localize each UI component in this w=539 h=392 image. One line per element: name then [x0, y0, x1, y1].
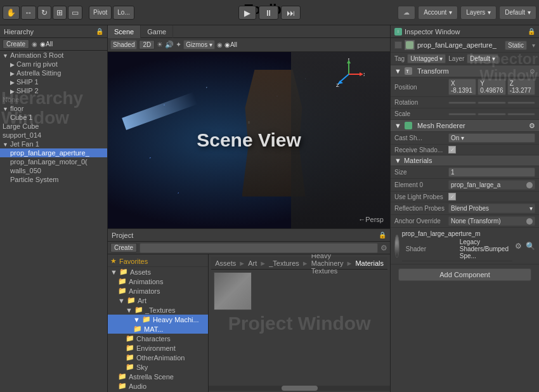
- scale-x-field[interactable]: [448, 113, 476, 115]
- game-tab[interactable]: Game: [141, 25, 173, 38]
- folder-icon: 📁: [126, 363, 134, 371]
- gizmos-dropdown[interactable]: Gizmos ▾: [183, 40, 215, 49]
- project-settings-icon[interactable]: ⚙: [380, 244, 387, 252]
- step-button[interactable]: ⏭: [281, 6, 301, 20]
- transform-section-header[interactable]: ▼ T Transform ⚙: [391, 65, 539, 77]
- project-item-mat[interactable]: 📁 MAT...: [108, 324, 208, 334]
- meshrenderer-gear-icon[interactable]: ⚙: [529, 122, 535, 130]
- breadcrumb-art[interactable]: Art: [248, 259, 257, 267]
- project-item-animators[interactable]: 📁 Animators: [108, 286, 208, 296]
- layers-button[interactable]: Layers ▾: [460, 6, 497, 20]
- project-item-otheranimation[interactable]: 📁 OtherAnimation: [108, 353, 208, 362]
- project-tree: ★ Favorites ▼ 📁 Assets 📁 Animations 📁: [108, 254, 209, 392]
- account-button[interactable]: Account ▾: [418, 6, 458, 20]
- scale-tool-button[interactable]: ⊞: [53, 6, 67, 20]
- hierarchy-item-support014[interactable]: support_014: [0, 131, 107, 140]
- scale-z-field[interactable]: [507, 113, 535, 115]
- hierarchy-item-ship1[interactable]: ▶SHIP 1: [0, 77, 107, 86]
- position-z-field[interactable]: Z -13.277: [507, 79, 535, 95]
- scale-y-field[interactable]: [477, 113, 505, 115]
- svg-text:T: T: [406, 69, 409, 74]
- material-settings-icon[interactable]: ⚙: [515, 242, 522, 251]
- materials-section-header[interactable]: ▼ Materials: [391, 155, 539, 166]
- position-y-field[interactable]: Y 0.49876: [477, 79, 505, 95]
- project-item-sky[interactable]: 📁 Sky: [108, 362, 208, 372]
- pause-button[interactable]: ⏸: [259, 6, 278, 20]
- project-item-characters[interactable]: 📁 Characters: [108, 334, 208, 343]
- position-x-field[interactable]: X -8.1391: [448, 79, 476, 95]
- scene-tab[interactable]: Scene: [108, 25, 141, 38]
- rect-tool-button[interactable]: ▭: [68, 6, 82, 20]
- size-value[interactable]: 1: [448, 167, 535, 177]
- audio-icon[interactable]: 🔊: [165, 41, 174, 49]
- hierarchy-item-cube1[interactable]: Cube 1: [0, 113, 107, 122]
- rotation-y-field[interactable]: [477, 101, 505, 104]
- project-item-environment[interactable]: 📁 Environment: [108, 343, 208, 353]
- breadcrumb-textures[interactable]: _Textures: [269, 259, 299, 267]
- breadcrumb-heavymachinery[interactable]: Heavy Machinery Textures: [311, 254, 344, 275]
- tag-dropdown[interactable]: Untagged ▾: [407, 54, 446, 63]
- use-light-probes-checkbox[interactable]: ✓: [448, 193, 456, 200]
- breadcrumb-materials[interactable]: Materials: [355, 259, 384, 267]
- hierarchy-item-astrellasitting[interactable]: ▶Astrella Sitting: [0, 69, 107, 77]
- rotation-z-field[interactable]: [507, 101, 535, 104]
- reflection-probes-value[interactable]: Blend Probes ▾: [448, 204, 535, 213]
- hierarchy-item-none[interactable]: None: [0, 95, 107, 104]
- hierarchy-item-propfanlarge[interactable]: prop_fanLarge_aperture_: [0, 148, 107, 157]
- shading-dropdown[interactable]: Shaded: [110, 40, 137, 49]
- project-tab[interactable]: Project: [112, 232, 133, 239]
- hierarchy-create-button[interactable]: Create: [3, 39, 29, 49]
- static-badge[interactable]: Static: [505, 41, 527, 50]
- inspector-tab[interactable]: Inspector Window: [405, 28, 460, 36]
- material-search-icon[interactable]: 🔍: [526, 242, 535, 251]
- breadcrumb-assets[interactable]: Assets: [215, 259, 236, 267]
- hierarchy-item-largecube[interactable]: Large Cube: [0, 122, 107, 131]
- receive-shadows-checkbox[interactable]: ✓: [448, 146, 456, 154]
- project-search-input[interactable]: [140, 243, 378, 253]
- project-item-assets[interactable]: ▼ 📁 Assets: [108, 267, 208, 277]
- default-button[interactable]: Default ▾: [499, 6, 536, 20]
- hierarchy-item-walls050[interactable]: walls_050: [0, 166, 107, 175]
- anchor-value[interactable]: None (Transform): [448, 216, 535, 226]
- pivot-button[interactable]: Pivot: [89, 6, 112, 20]
- hierarchy-item-jetfan1[interactable]: ▼Jet Fan 1: [0, 140, 107, 148]
- static-chevron-icon[interactable]: ▾: [532, 42, 535, 49]
- hierarchy-item-camrigpivot[interactable]: ▶Cam rig pivot: [0, 60, 107, 69]
- project-item-audio[interactable]: 📁 Audio: [108, 381, 208, 391]
- effects-icon[interactable]: ✦: [176, 41, 181, 49]
- project-create-button[interactable]: Create: [110, 243, 137, 252]
- hierarchy-tab[interactable]: Hierarchy: [4, 28, 34, 36]
- project-watermark: Project Window: [228, 313, 371, 334]
- meshrenderer-section-header[interactable]: ▼ Mesh Renderer ⚙: [391, 120, 539, 132]
- project-item-art[interactable]: ▼ 📁 Art: [108, 296, 208, 305]
- file-thumbnail[interactable]: [214, 272, 252, 310]
- layer-dropdown[interactable]: Default ▾: [467, 54, 498, 63]
- element0-value[interactable]: prop_fan_large_a: [448, 180, 535, 190]
- scene-view[interactable]: Scene View Y: [108, 52, 390, 228]
- hierarchy-item-particlesystem[interactable]: Particle System: [0, 175, 107, 184]
- project-toolbar: Create ⚙: [108, 242, 390, 254]
- object-checkbox[interactable]: [394, 41, 402, 49]
- cloud-button[interactable]: ☁: [398, 6, 415, 20]
- hierarchy-item-propfanmotor[interactable]: prop_fanLarge_motor_0(: [0, 157, 107, 166]
- hand-tool-button[interactable]: ✋: [3, 6, 20, 20]
- rotation-x-field[interactable]: [448, 101, 476, 104]
- project-item-animations[interactable]: 📁 Animations: [108, 277, 208, 286]
- project-item-heavymachi[interactable]: ▼ 📁 Heavy Machi...: [108, 315, 208, 324]
- rotate-tool-button[interactable]: ↻: [37, 6, 51, 20]
- hierarchy-item-animation3root[interactable]: ▼Animation 3 Root: [0, 51, 107, 60]
- hierarchy-scroll[interactable]: ▼Animation 3 Root ▶Cam rig pivot ▶Astrel…: [0, 51, 107, 392]
- hierarchy-item-ship2[interactable]: ▶SHIP 2: [0, 86, 107, 95]
- transform-gear-icon[interactable]: ⚙: [529, 68, 535, 75]
- move-tool-button[interactable]: ↔: [21, 6, 36, 20]
- local-button[interactable]: Lo...: [113, 6, 134, 20]
- lighting-icon[interactable]: ☀: [157, 41, 163, 49]
- play-button[interactable]: ▶: [238, 6, 256, 20]
- project-item-astrellascene[interactable]: 📁 Astrella Scene: [108, 372, 208, 381]
- project-item-textures[interactable]: ▼ 📁 _Textures: [108, 305, 208, 315]
- hierarchy-item-floor[interactable]: ▼floor: [0, 104, 107, 113]
- add-component-button[interactable]: Add Component: [398, 268, 532, 281]
- cast-shadows-value[interactable]: On ▾: [448, 133, 535, 143]
- 2d-button[interactable]: 2D: [139, 40, 155, 49]
- horizontal-scrollbar[interactable]: [209, 386, 390, 391]
